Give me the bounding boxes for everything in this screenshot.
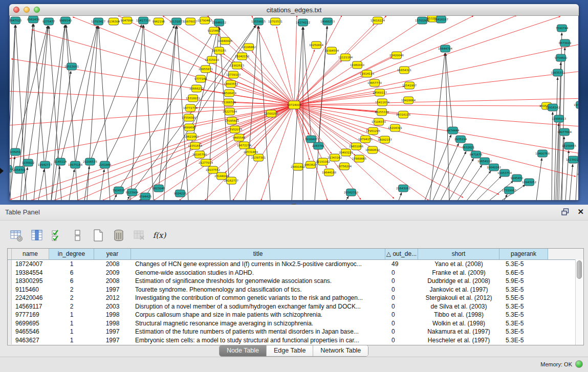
cell-short[interactable]: de Silva et al. (2003): [418, 302, 499, 311]
cell-name[interactable]: 14569117: [12, 302, 49, 311]
cell-short[interactable]: Wolkin et al. (1998): [418, 319, 499, 328]
column-header-name[interactable]: name: [12, 249, 49, 260]
memory-status-indicator[interactable]: [575, 360, 583, 368]
table-row[interactable]: 1830029562008Estimation of significance …: [8, 277, 583, 286]
cell-title[interactable]: Genome-wide association studies in ADHD.: [131, 269, 385, 277]
cell-in_degree[interactable]: 2: [49, 302, 94, 311]
cell-out_degree[interactable]: 0: [385, 327, 418, 336]
column-header-out_degree[interactable]: △ out_de...: [385, 249, 418, 260]
cell-in_degree[interactable]: 6: [49, 269, 94, 277]
table-row[interactable]: 2242004622012Investigating the contribut…: [8, 294, 583, 302]
cell-out_degree[interactable]: 0: [385, 269, 418, 277]
cell-title[interactable]: Embryonic stem cells: a model to study s…: [131, 336, 385, 345]
cell-pagerank[interactable]: 5.3E-5: [499, 311, 548, 319]
cell-year[interactable]: 1998: [94, 319, 131, 328]
cell-name[interactable]: 9699695: [12, 319, 49, 328]
table-scrollbar[interactable]: [575, 259, 583, 345]
cell-in_degree[interactable]: 6: [49, 277, 94, 286]
cell-short[interactable]: Hescheler et al. (1997): [418, 336, 499, 345]
cell-name[interactable]: 9465546: [12, 327, 49, 336]
cell-year[interactable]: 1997: [94, 286, 131, 294]
cell-name[interactable]: 22420046: [12, 294, 49, 302]
cell-year[interactable]: 2003: [94, 302, 131, 311]
select-columns-icon[interactable]: [30, 228, 43, 242]
cell-pagerank[interactable]: 5.3E-5: [499, 336, 548, 345]
cell-title[interactable]: Estimation of significance thresholds fo…: [131, 277, 385, 286]
cell-pagerank[interactable]: 5.9E-5: [499, 277, 548, 286]
cell-year[interactable]: 2012: [94, 294, 131, 302]
column-header-title[interactable]: title: [131, 249, 385, 260]
cell-name[interactable]: 18300295: [12, 277, 49, 286]
cell-title[interactable]: Structural magnetic resonance image aver…: [131, 319, 385, 328]
cell-in_degree[interactable]: 1: [49, 260, 94, 269]
table-row[interactable]: 969969511998Structural magnetic resonanc…: [8, 319, 583, 328]
column-header-in_degree[interactable]: in_degree: [49, 249, 94, 260]
cell-name[interactable]: 19384554: [12, 269, 49, 277]
cell-year[interactable]: 2008: [94, 277, 131, 286]
cell-title[interactable]: Changes of HCN gene expression and I(f) …: [131, 260, 385, 269]
cell-name[interactable]: 9777169: [12, 311, 49, 319]
cell-short[interactable]: Dudbridge et al. (2008): [418, 277, 499, 286]
table-row[interactable]: 1938455462009Genome-wide association stu…: [8, 269, 583, 277]
cell-pagerank[interactable]: 5.3E-5: [499, 302, 548, 311]
panel-collapse-arrow-icon[interactable]: [0, 168, 4, 174]
cell-title[interactable]: Tourette syndrome. Phenomenology and cla…: [131, 286, 385, 294]
cell-out_degree[interactable]: 0: [385, 294, 418, 302]
network-canvas[interactable]: 1872400791154601084842612575155113150102…: [9, 16, 579, 201]
cell-short[interactable]: Jankovic et al. (1997): [418, 286, 499, 294]
cell-short[interactable]: Yano et al. (2008): [418, 260, 499, 269]
table-row[interactable]: 946554611997Estimation of the future num…: [8, 327, 583, 336]
cell-pagerank[interactable]: 5.3E-5: [499, 319, 548, 328]
close-panel-icon[interactable]: ✕: [577, 207, 584, 216]
cell-out_degree[interactable]: 0: [385, 311, 418, 319]
cell-short[interactable]: Nakamura et al. (1997): [418, 327, 499, 336]
table-row[interactable]: 1872400712008Changes of HCN gene express…: [8, 260, 583, 269]
cell-title[interactable]: Corpus callosum shape and size in male p…: [131, 311, 385, 319]
cell-short[interactable]: Franke et al. (2009): [418, 269, 499, 277]
cell-year[interactable]: 1998: [94, 311, 131, 319]
cell-in_degree[interactable]: 1: [49, 319, 94, 328]
cell-in_degree[interactable]: 2: [49, 286, 94, 294]
cell-pagerank[interactable]: 5.6E-5: [499, 269, 548, 277]
cell-out_degree[interactable]: 0: [385, 302, 418, 311]
scrollbar-thumb[interactable]: [577, 260, 582, 279]
cell-pagerank[interactable]: 5.5E-5: [499, 294, 548, 302]
table-row[interactable]: 977716911998Corpus callosum shape and si…: [8, 311, 583, 319]
column-header-short[interactable]: short: [418, 249, 499, 260]
cell-out_degree[interactable]: 49: [385, 260, 418, 269]
cell-title[interactable]: Disruption of a novel member of a sodium…: [131, 302, 385, 311]
table-row[interactable]: 946362711997Embryonic stem cells: a mode…: [8, 336, 583, 345]
cell-short[interactable]: Tibbo et al. (1998): [418, 311, 499, 319]
float-panel-icon[interactable]: [561, 208, 569, 215]
cell-pagerank[interactable]: 5.3E-5: [499, 327, 548, 336]
cell-out_degree[interactable]: 0: [385, 336, 418, 345]
cell-out_degree[interactable]: 0: [385, 319, 418, 328]
cell-year[interactable]: 2009: [94, 269, 131, 277]
deselect-all-rows-icon[interactable]: [71, 228, 84, 242]
cell-year[interactable]: 1997: [94, 327, 131, 336]
cell-out_degree[interactable]: 0: [385, 286, 418, 294]
cell-in_degree[interactable]: 1: [49, 336, 94, 345]
tab-network-table[interactable]: Network Table: [313, 345, 368, 356]
cell-year[interactable]: 2008: [94, 260, 131, 269]
table-row[interactable]: 911546021997Tourette syndrome. Phenomeno…: [8, 286, 583, 294]
tab-edge-table[interactable]: Edge Table: [267, 345, 313, 356]
table-mode-icon[interactable]: [9, 228, 23, 242]
cell-year[interactable]: 1997: [94, 336, 131, 345]
cell-in_degree[interactable]: 2: [49, 294, 94, 302]
cell-name[interactable]: 9115460: [12, 286, 49, 294]
cell-pagerank[interactable]: 5.3E-5: [499, 286, 548, 294]
cell-name[interactable]: 18724007: [12, 260, 49, 269]
cell-title[interactable]: Estimation of the future numbers of pati…: [131, 327, 385, 336]
cell-pagerank[interactable]: 5.3E-5: [499, 260, 548, 269]
cell-in_degree[interactable]: 1: [49, 327, 94, 336]
cell-in_degree[interactable]: 1: [49, 311, 94, 319]
select-all-rows-icon[interactable]: [50, 228, 64, 242]
cell-name[interactable]: 9463627: [12, 336, 49, 345]
column-header-year[interactable]: year: [94, 249, 131, 260]
cell-out_degree[interactable]: 0: [385, 277, 418, 286]
tab-node-table[interactable]: Node Table: [220, 345, 267, 356]
table-row[interactable]: 1456911722003Disruption of a novel membe…: [8, 302, 583, 311]
window-titlebar[interactable]: citations_edges.txt: [9, 4, 579, 16]
cell-short[interactable]: Stergiakouli et al. (2012): [418, 294, 499, 302]
